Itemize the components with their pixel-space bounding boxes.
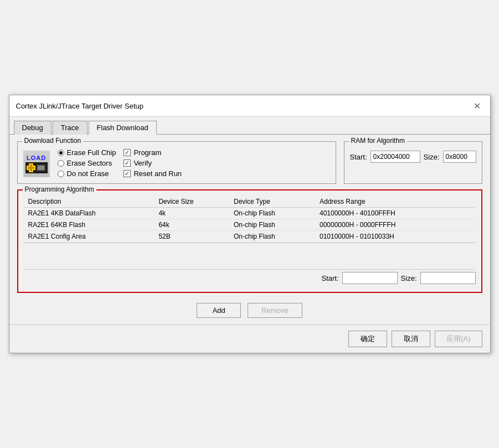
checkbox-program[interactable]: Program (124, 148, 182, 157)
top-section: Download Function LOAD (17, 141, 482, 184)
dialog-title: Cortex JLink/JTrace Target Driver Setup (16, 102, 143, 110)
title-bar: Cortex JLink/JTrace Target Driver Setup … (9, 95, 490, 117)
programming-algorithm-title: Programming Algorithm (23, 186, 96, 193)
col-description: Description (24, 196, 155, 208)
algo-start-label: Start: (322, 274, 339, 282)
empty-row-area (24, 243, 476, 265)
radio-erase-sectors[interactable]: Erase Sectors (58, 159, 116, 167)
close-button[interactable]: ✕ (471, 100, 483, 112)
cell-device-size: 64k (154, 219, 229, 231)
cell-description: RA2E1 4KB DataFlash (24, 208, 155, 219)
cancel-button[interactable]: 取消 (392, 331, 430, 347)
cell-extra (460, 208, 475, 219)
dialog: Cortex JLink/JTrace Target Driver Setup … (9, 95, 491, 353)
load-text: LOAD (27, 155, 46, 161)
cell-extra (460, 219, 475, 231)
radio-do-not-erase-input[interactable] (58, 171, 64, 177)
radio-do-not-erase[interactable]: Do not Erase (58, 169, 116, 178)
ram-algorithm-group: RAM for Algorithm Start: Size: (344, 141, 482, 184)
table-row[interactable]: RA2E1 4KB DataFlash 4k On-chip Flash 401… (24, 208, 476, 219)
checkbox-reset-run-label: Reset and Run (133, 169, 182, 178)
download-function-inner: LOAD (23, 147, 330, 178)
confirm-button[interactable]: 确定 (348, 331, 387, 347)
col-device-type: Device Type (229, 196, 315, 208)
download-function-title: Download Function (22, 137, 84, 145)
col-extra (460, 196, 475, 208)
col-device-size: Device Size (154, 196, 229, 208)
cell-device-type: On-chip Flash (229, 219, 315, 231)
svg-rect-5 (38, 166, 44, 170)
ram-size-input[interactable] (443, 151, 476, 163)
radio-erase-sectors-label: Erase Sectors (67, 159, 112, 167)
radio-erase-full[interactable]: Erase Full Chip (58, 148, 116, 157)
footer: 确定 取消 应用(A) (9, 325, 490, 353)
cell-extra (460, 231, 475, 243)
algo-size-label: Size: (401, 274, 417, 282)
ram-start-label: Start: (350, 153, 367, 161)
programming-algorithm-group: Programming Algorithm Description Device… (17, 189, 482, 293)
cell-device-type: On-chip Flash (229, 231, 315, 243)
main-content: Download Function LOAD (9, 135, 490, 325)
cell-device-size: 52B (154, 231, 229, 243)
action-options: Program Verify Reset and Run (124, 148, 182, 178)
ram-start-input[interactable] (371, 151, 420, 163)
checkbox-reset-run-input[interactable] (124, 170, 131, 177)
col-address-range: Address Range (315, 196, 460, 208)
table-row[interactable]: RA2E1 64KB Flash 64k On-chip Flash 00000… (24, 219, 476, 231)
svg-rect-3 (28, 167, 34, 169)
table-row[interactable]: RA2E1 Config Area 52B On-chip Flash 0101… (24, 231, 476, 243)
radio-erase-full-input[interactable] (58, 150, 64, 156)
algorithm-table: Description Device Size Device Type Addr… (24, 196, 476, 243)
checkbox-verify[interactable]: Verify (124, 159, 182, 167)
load-chip-icon (27, 163, 47, 172)
tab-flash-download[interactable]: Flash Download (89, 121, 157, 135)
cell-address-range: 40100000H - 40100FFFH (315, 208, 460, 219)
ram-size-label: Size: (424, 153, 440, 161)
radio-erase-sectors-input[interactable] (58, 160, 64, 167)
tab-trace[interactable]: Trace (53, 121, 88, 135)
checkbox-program-label: Program (133, 148, 161, 157)
checkbox-reset-run[interactable]: Reset and Run (124, 169, 182, 178)
radio-erase-full-label: Erase Full Chip (67, 148, 116, 157)
algo-start-input[interactable] (342, 272, 398, 284)
cell-device-type: On-chip Flash (229, 208, 315, 219)
remove-button[interactable]: Remove (248, 303, 302, 318)
table-header-row: Description Device Size Device Type Addr… (24, 196, 476, 208)
cell-description: RA2E1 64KB Flash (24, 219, 155, 231)
cell-address-range: 00000000H - 0000FFFFH (315, 219, 460, 231)
algo-bottom-inputs: Start: Size: (24, 269, 476, 286)
checkbox-verify-label: Verify (133, 159, 152, 167)
download-function-group: Download Function LOAD (17, 141, 336, 184)
ram-inner: Start: Size: (350, 151, 476, 163)
radio-do-not-erase-label: Do not Erase (67, 169, 109, 178)
cell-address-range: 01010000H - 01010033H (315, 231, 460, 243)
cell-description: RA2E1 Config Area (24, 231, 155, 243)
load-icon: LOAD (23, 151, 50, 177)
algo-size-input[interactable] (420, 272, 476, 284)
erase-options: Erase Full Chip Erase Sectors Do not Era… (58, 148, 116, 178)
ram-algorithm-title: RAM for Algorithm (349, 137, 407, 145)
add-button[interactable]: Add (197, 303, 241, 318)
tab-bar: Debug Trace Flash Download (9, 117, 490, 135)
checkbox-verify-input[interactable] (124, 159, 131, 167)
checkbox-program-input[interactable] (124, 149, 131, 156)
apply-button[interactable]: 应用(A) (435, 331, 482, 347)
tab-debug[interactable]: Debug (14, 121, 52, 135)
cell-device-size: 4k (154, 208, 229, 219)
action-buttons: Add Remove (17, 303, 482, 318)
